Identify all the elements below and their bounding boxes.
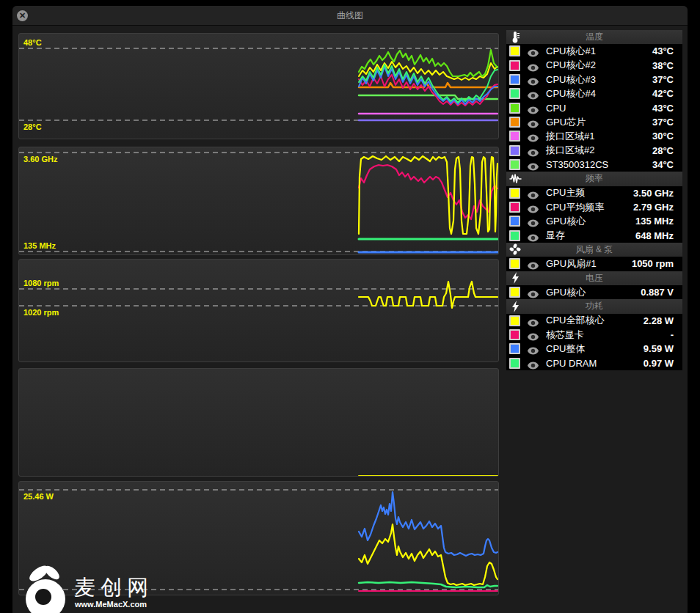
sensor-label: CPU核心#1 bbox=[546, 45, 596, 58]
series-line bbox=[359, 282, 497, 308]
color-swatch[interactable] bbox=[509, 117, 520, 128]
section-title: 电压 bbox=[506, 272, 682, 285]
sensor-value: 30°C bbox=[652, 131, 674, 142]
watermark-name: 麦创网 bbox=[74, 573, 153, 603]
color-swatch[interactable] bbox=[509, 88, 520, 99]
memacx-logo-icon bbox=[18, 562, 73, 613]
sensor-label: CPU全部核心 bbox=[546, 314, 604, 327]
sensor-row: GPU芯片37°C bbox=[506, 115, 682, 129]
sensor-row: CPU43°C bbox=[506, 101, 682, 115]
sensor-row: 显存648 MHz bbox=[506, 229, 682, 243]
sensor-value: 43°C bbox=[652, 45, 674, 56]
title-bar[interactable]: ✕ 曲线图 bbox=[12, 6, 688, 26]
waveform-icon bbox=[508, 172, 522, 185]
sensor-label: GPU风扇#1 bbox=[546, 257, 597, 271]
sensor-label: CPU DRAM bbox=[546, 358, 597, 369]
axis-label: 25.46 W bbox=[23, 492, 54, 501]
axis-label: 135 MHz bbox=[23, 241, 56, 250]
color-swatch[interactable] bbox=[509, 315, 520, 326]
sensor-row: CPU核心#238°C bbox=[506, 59, 682, 73]
sensor-label: ST3500312CS bbox=[546, 159, 608, 170]
series-line bbox=[359, 492, 497, 556]
sensor-value: 34°C bbox=[652, 159, 674, 170]
sensor-value: 3.50 GHz bbox=[633, 188, 674, 199]
sensor-value: 28°C bbox=[652, 145, 674, 156]
color-swatch[interactable] bbox=[509, 45, 520, 56]
axis-label: 48°C bbox=[23, 38, 42, 47]
color-swatch[interactable] bbox=[509, 287, 520, 298]
section-title: 温度 bbox=[506, 31, 682, 43]
bolt-icon bbox=[508, 272, 522, 285]
sensor-row: 接口区域#130°C bbox=[506, 129, 682, 143]
color-swatch[interactable] bbox=[509, 60, 520, 71]
temperature-chart: 48°C28°C bbox=[18, 33, 499, 139]
color-swatch[interactable] bbox=[509, 74, 520, 85]
sensor-label: GPU核心 bbox=[546, 215, 586, 228]
color-swatch[interactable] bbox=[509, 258, 520, 269]
sensor-row: GPU风扇#11050 rpm bbox=[506, 257, 682, 271]
sensor-row: CPU DRAM0.97 W bbox=[506, 356, 682, 370]
sensor-value: 0.97 W bbox=[644, 358, 674, 369]
sensor-label: CPU整体 bbox=[546, 342, 585, 356]
screen: ✕ 曲线图 48°C28°C3.60 GHz135 MHz1080 rpm102… bbox=[0, 0, 700, 613]
sensor-value: 2.79 GHz bbox=[633, 202, 674, 213]
sensor-row: CPU核心#337°C bbox=[506, 73, 682, 87]
sensor-row: CPU整体9.59 W bbox=[506, 342, 682, 356]
color-swatch[interactable] bbox=[509, 202, 520, 213]
series-line bbox=[359, 156, 497, 234]
sensor-row: CPU平均频率2.79 GHz bbox=[506, 200, 682, 214]
sensor-row: CPU全部核心2.28 W bbox=[506, 314, 682, 328]
section-header: 频率 bbox=[506, 172, 682, 186]
color-swatch[interactable] bbox=[509, 358, 520, 369]
sensor-value: 43°C bbox=[652, 103, 674, 114]
axis-label: 28°C bbox=[23, 122, 42, 131]
color-swatch[interactable] bbox=[509, 329, 520, 340]
section-header: 功耗 bbox=[506, 299, 682, 313]
sensor-row: 接口区域#228°C bbox=[506, 144, 682, 158]
sensor-label: CPU主频 bbox=[546, 186, 585, 199]
sensor-row: 核芯显卡- bbox=[506, 328, 682, 342]
visibility-eye-icon[interactable] bbox=[527, 359, 539, 372]
watermark-url: www.MeMacX.com bbox=[75, 600, 147, 609]
sensor-value: 38°C bbox=[652, 60, 674, 71]
sensor-label: CPU核心#4 bbox=[546, 87, 596, 100]
sensor-label: CPU核心#2 bbox=[546, 59, 596, 72]
color-swatch[interactable] bbox=[509, 343, 520, 354]
sensor-row: CPU核心#442°C bbox=[506, 87, 682, 100]
sensor-label: GPU核心 bbox=[546, 286, 586, 299]
fan-chart: 1080 rpm1020 rpm bbox=[18, 259, 499, 362]
color-swatch[interactable] bbox=[509, 230, 520, 241]
color-swatch[interactable] bbox=[509, 131, 520, 142]
axis-label: 3.60 GHz bbox=[23, 155, 58, 164]
curve-graph-window: ✕ 曲线图 48°C28°C3.60 GHz135 MHz1080 rpm102… bbox=[12, 6, 688, 613]
sensor-value: 42°C bbox=[652, 88, 674, 99]
series-line bbox=[359, 165, 497, 219]
sensor-value: 1050 rpm bbox=[632, 258, 674, 269]
color-swatch[interactable] bbox=[509, 188, 520, 199]
sensor-legend-panel: 温度CPU核心#143°CCPU核心#238°CCPU核心#337°CCPU核心… bbox=[506, 30, 682, 370]
sensor-label: 核芯显卡 bbox=[546, 328, 584, 342]
sensor-row: CPU主频3.50 GHz bbox=[506, 186, 682, 200]
section-header: 电压 bbox=[506, 271, 682, 285]
color-swatch[interactable] bbox=[509, 103, 520, 114]
bolt-icon bbox=[508, 300, 522, 312]
color-swatch[interactable] bbox=[509, 216, 520, 227]
color-swatch[interactable] bbox=[509, 159, 520, 170]
thermometer-icon bbox=[508, 31, 522, 43]
sensor-label: CPU核心#3 bbox=[546, 73, 596, 87]
sensor-value: 9.59 W bbox=[644, 343, 674, 354]
sensor-row: CPU核心#143°C bbox=[506, 44, 682, 58]
sensor-label: CPU平均频率 bbox=[546, 201, 604, 214]
section-title: 风扇 & 泵 bbox=[506, 243, 682, 256]
sensor-value: 135 MHz bbox=[635, 216, 674, 227]
section-title: 频率 bbox=[506, 172, 682, 185]
axis-label: 1020 rpm bbox=[23, 308, 59, 317]
fan-icon bbox=[508, 243, 522, 256]
sensor-value: 648 MHz bbox=[635, 230, 674, 241]
section-header: 风扇 & 泵 bbox=[506, 243, 682, 257]
sensor-label: 接口区域#1 bbox=[546, 130, 594, 143]
color-swatch[interactable] bbox=[509, 145, 520, 156]
sensor-row: GPU核心0.887 V bbox=[506, 285, 682, 299]
axis-label: 1080 rpm bbox=[23, 279, 59, 287]
sensor-label: 接口区域#2 bbox=[546, 144, 594, 157]
